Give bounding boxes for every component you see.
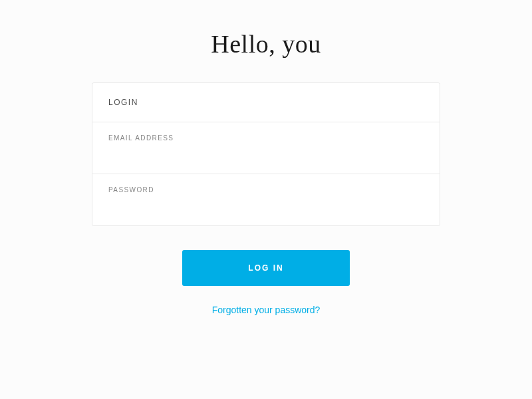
card-header: LOGIN (92, 83, 440, 122)
form-row-password: PASSWORD (92, 174, 440, 225)
password-input[interactable] (108, 198, 424, 212)
forgot-password-link[interactable]: Forgotten your password? (212, 305, 321, 315)
login-button[interactable]: LOG IN (182, 250, 350, 286)
page-title: Hello, you (211, 29, 321, 59)
password-label: PASSWORD (108, 186, 424, 194)
login-card: LOGIN EMAIL ADDRESS PASSWORD (92, 82, 440, 226)
email-label: EMAIL ADDRESS (108, 134, 424, 142)
form-row-email: EMAIL ADDRESS (92, 122, 440, 174)
email-input[interactable] (108, 146, 424, 160)
